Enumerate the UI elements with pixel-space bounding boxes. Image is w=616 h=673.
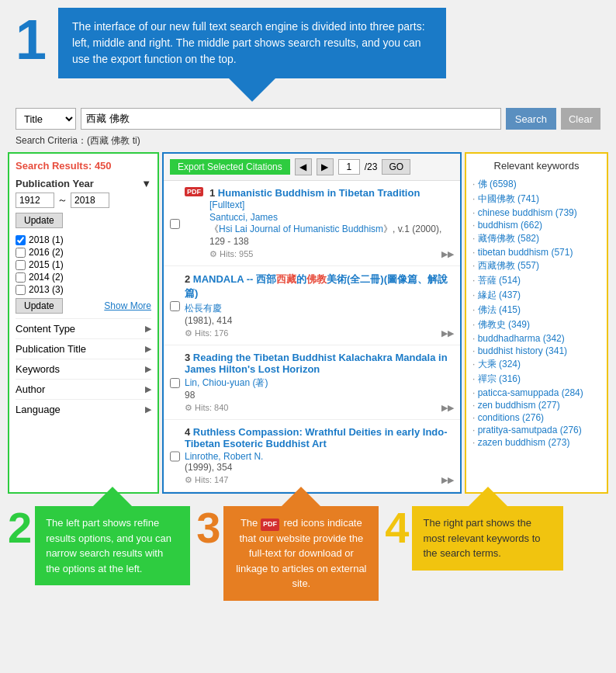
keyword-item[interactable]: 緣起 (437) — [472, 289, 600, 302]
language-arrow: ▶ — [145, 404, 151, 415]
year-to-input[interactable] — [71, 193, 109, 208]
results-count: 450 — [95, 160, 112, 172]
keywords-arrow: ▶ — [145, 364, 151, 374]
year-checkbox-2013[interactable] — [16, 285, 26, 295]
page-input[interactable] — [338, 159, 360, 175]
fulltext-link-1[interactable]: [Fulltext] — [209, 199, 244, 210]
year-item: 2013 (3) — [16, 284, 151, 295]
next-page-button[interactable]: ▶ — [317, 158, 334, 175]
keyword-item[interactable]: buddhism (662) — [472, 220, 600, 231]
year-checkbox-2016[interactable] — [16, 248, 26, 258]
result-title-1[interactable]: Humanistic Buddhism in Tibetan Tradition — [218, 187, 420, 199]
result-author-2[interactable]: 松長有慶 — [185, 302, 454, 315]
keyword-item[interactable]: 西藏佛教 (557) — [472, 259, 600, 272]
result-checkbox-3[interactable] — [170, 353, 180, 413]
result-item-2: 2 MANDALA -- 西部西藏的佛教美術(全二冊)(圖像篇、解說篇) 松長有… — [164, 266, 460, 345]
bottom-tooltip-4: The right part shows the most relevant k… — [412, 506, 563, 571]
result-author-1[interactable]: Santucci, James — [209, 212, 454, 223]
step-number-3: 3 — [196, 506, 220, 550]
keywords-section[interactable]: Keywords ▶ — [16, 359, 151, 379]
result-checkbox-1[interactable] — [170, 189, 180, 259]
result-hits-1: ⚙ Hits: 955 ▶▶ — [209, 249, 454, 259]
top-area: 1 The interface of our new full text sea… — [0, 0, 616, 86]
main-layout: Search Results: 450 Publication Year ▼ ～… — [0, 152, 616, 494]
right-panel: Relevant keywords 佛 (6598) 中國佛教 (741) ch… — [465, 152, 608, 494]
result-content-2: 2 MANDALA -- 西部西藏的佛教美術(全二冊)(圖像篇、解說篇) 松長有… — [185, 272, 454, 338]
keyword-item[interactable]: 佛教史 (349) — [472, 318, 600, 331]
result-item-3: 3 Reading the Tibetan Buddhist Kalachakr… — [164, 345, 460, 420]
year-checkbox-2014[interactable] — [16, 272, 26, 283]
result-checkbox-4[interactable] — [170, 428, 180, 485]
author-section[interactable]: Author ▶ — [16, 379, 151, 399]
pub-year-arrow: ▼ — [141, 178, 151, 189]
search-button[interactable]: Search — [506, 108, 556, 130]
middle-panel: Export Selected Citations ◀ ▶ /23 GO PDF… — [162, 152, 462, 494]
keyword-item[interactable]: 中國佛教 (741) — [472, 193, 600, 206]
result-checkbox-2[interactable] — [170, 274, 180, 338]
search-input[interactable] — [81, 108, 501, 130]
result-journal-2: (1981), 414 — [185, 315, 454, 326]
keyword-item[interactable]: tibetan buddhism (571) — [472, 247, 600, 258]
update-button-1[interactable]: Update — [16, 213, 63, 228]
year-checkbox-2015[interactable] — [16, 260, 26, 270]
middle-toolbar: Export Selected Citations ◀ ▶ /23 GO — [164, 154, 460, 181]
content-type-section[interactable]: Content Type ▶ — [16, 318, 151, 338]
keyword-item[interactable]: 佛法 (415) — [472, 304, 600, 317]
keyword-item[interactable]: buddhadharma (342) — [472, 333, 600, 344]
search-bar: Title Author Subject Search Clear — [0, 102, 616, 133]
pub-title-arrow: ▶ — [145, 344, 151, 354]
result-content-4: 4 Ruthless Compassion: Wrathful Deities … — [185, 426, 454, 485]
keyword-item[interactable]: 藏傳佛教 (582) — [472, 232, 600, 245]
keyword-item[interactable]: pratitya-samutpada (276) — [472, 425, 600, 435]
bottom-tooltip-2: The left part shows refine results optio… — [35, 506, 190, 585]
results-label: Search Results: — [16, 160, 92, 172]
bottom-tooltip-3: The PDF red icons indicate that our webs… — [223, 506, 379, 601]
left-panel: Search Results: 450 Publication Year ▼ ～… — [8, 152, 159, 494]
year-range: ～ — [16, 193, 151, 208]
search-type-select[interactable]: Title Author Subject — [16, 108, 76, 130]
keyword-item[interactable]: 菩薩 (514) — [472, 274, 600, 287]
clear-button[interactable]: Clear — [561, 108, 600, 130]
keyword-item[interactable]: 大乘 (324) — [472, 358, 600, 371]
result-title-3[interactable]: Reading the Tibetan Buddhist Kalachakra … — [185, 352, 448, 375]
keyword-item[interactable]: zazen buddhism (273) — [472, 437, 600, 448]
show-more-link[interactable]: Show More — [104, 300, 151, 311]
bottom-area: 2 The left part shows refine results opt… — [0, 498, 616, 609]
year-from-input[interactable] — [16, 193, 54, 208]
year-item: 2015 (1) — [16, 259, 151, 270]
language-section[interactable]: Language ▶ — [16, 399, 151, 419]
pub-title-section[interactable]: Publication Title ▶ — [16, 338, 151, 359]
result-hits-2: ⚙ Hits: 176 ▶▶ — [185, 328, 454, 338]
result-hits-3: ⚙ Hits: 840 ▶▶ — [185, 403, 454, 413]
step-number-4: 4 — [385, 506, 409, 550]
pdf-icon-tooltip: PDF — [261, 519, 279, 531]
author-arrow: ▶ — [145, 384, 151, 394]
year-item: 2014 (2) — [16, 272, 151, 283]
result-author-3[interactable]: Lin, Chiou-yuan (著) — [185, 376, 454, 390]
bottom-section-3: 3 The PDF red icons indicate that our we… — [196, 506, 379, 601]
search-results-header: Search Results: 450 — [16, 160, 151, 172]
export-button[interactable]: Export Selected Citations — [170, 159, 290, 175]
top-tooltip: The interface of our new full text searc… — [58, 8, 446, 78]
result-journal-3: 98 — [185, 390, 454, 401]
keyword-item[interactable]: 佛 (6598) — [472, 178, 600, 191]
keyword-item[interactable]: buddhist history (341) — [472, 345, 600, 356]
keyword-item[interactable]: chinese buddhism (739) — [472, 207, 600, 218]
bottom-section-4: 4 The right part shows the most relevant… — [385, 506, 563, 601]
keyword-item[interactable]: 禪宗 (316) — [472, 373, 600, 386]
keyword-item[interactable]: conditions (276) — [472, 412, 600, 423]
step-number-1: 1 — [16, 12, 47, 68]
year-checkbox-list: 2018 (1) 2016 (2) 2015 (1) 2014 (2) 2013… — [16, 234, 151, 295]
result-title-2[interactable]: MANDALA -- 西部西藏的佛教美術(全二冊)(圖像篇、解說篇) — [185, 273, 448, 299]
go-button[interactable]: GO — [382, 159, 410, 175]
step-number-2: 2 — [8, 506, 32, 550]
year-checkbox-2018[interactable] — [16, 235, 26, 245]
keyword-item[interactable]: paticca-samuppada (284) — [472, 387, 600, 398]
result-author-4[interactable]: Linrothe, Robert N. — [185, 451, 454, 462]
pub-year-title[interactable]: Publication Year ▼ — [16, 178, 151, 189]
update-button-2[interactable]: Update — [16, 298, 63, 314]
page-total: /23 — [365, 161, 378, 172]
result-title-4[interactable]: Ruthless Compassion: Wrathful Deities in… — [185, 426, 448, 449]
keyword-item[interactable]: zen buddhism (277) — [472, 400, 600, 411]
prev-page-button[interactable]: ◀ — [295, 158, 312, 175]
